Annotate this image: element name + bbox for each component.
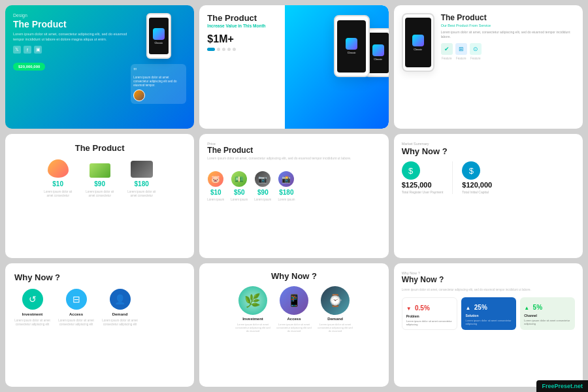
pct-desc-3: Lorem ipsum dolor sit amet consectetur a… <box>524 319 571 325</box>
card-9-desc: Lorem ipsum dolor sit amet, consectetur … <box>402 288 575 292</box>
price-icon-2-4: 📸 <box>278 171 294 187</box>
card-1-left: Design The Product Lorem ipsum dolor sit… <box>13 13 131 71</box>
cta-button[interactable]: $20,000,000 <box>13 63 45 71</box>
img-feature-1: 🌿 Investment Lorem ipsum dolor sit amet … <box>235 286 270 333</box>
card-5-desc: Lorem ipsum dolor sit amet, consectetur … <box>207 156 380 161</box>
price-1: $10 <box>52 180 63 188</box>
stat-block-1: $ $125,000 Total Register User Payment <box>402 161 444 194</box>
feature-icon-box-3: ⊙ <box>470 43 482 55</box>
card-product-pricing-row: Price The Product Lorem ipsum dolor sit … <box>199 134 388 257</box>
pct-val-2: ▲ 25% <box>465 301 512 312</box>
price-val-2-4: $180 <box>279 189 293 196</box>
pct-block-2: ▲ 25% Solution Lorem ipsum dolor sit ame… <box>461 297 516 330</box>
img-feat-desc-1: Lorem ipsum dolor sit amet consectetur a… <box>235 323 270 333</box>
img-icon-2: 📱 <box>287 293 301 308</box>
phone-big-screen: Classic <box>337 20 366 73</box>
stat-icon-1: $ <box>402 161 420 180</box>
stat-amount-2: $120,000 <box>462 181 492 189</box>
img-feature-2: 📱 Access Lorem ipsum dolor sit amet cons… <box>276 286 312 333</box>
card-8-title: Why Now ? <box>271 271 317 281</box>
card-3-right: The Product Our Best Product From Servic… <box>441 13 575 121</box>
img-feat-title-1: Investment <box>242 317 263 321</box>
price-val-2-3: $90 <box>257 189 269 196</box>
card-5-header: Price The Product Lorem ipsum dolor sit … <box>207 142 380 161</box>
dot-5[interactable] <box>233 48 236 51</box>
dot-4[interactable] <box>227 48 231 51</box>
phone-wrap-3: Classic <box>402 13 434 72</box>
app-icon-small <box>372 44 384 56</box>
price-icon-2-1: 🐷 <box>208 171 223 187</box>
card-product-features: Classic The Product Our Best Product Fro… <box>394 5 583 129</box>
app-icon-3 <box>412 35 424 46</box>
dot-3[interactable] <box>222 48 225 51</box>
img-circle-1: 🌿 <box>238 286 267 315</box>
arrow-down-1: ▼ <box>406 306 412 312</box>
social-icons: 𝕏 f ▣ <box>13 46 131 54</box>
arrow-up-2: ▲ <box>524 305 529 311</box>
piggy-icon <box>48 159 69 178</box>
stat-block-2: $ $120,000 Total Initial Capital <box>462 161 492 194</box>
pct-row: ▼ 0.5% Problem Lorem ipsum dolor sit ame… <box>402 297 575 330</box>
pct-number-3: 5% <box>533 304 542 311</box>
feat-title-3: Demand <box>112 312 128 316</box>
feature-icon-box-1: ✔ <box>441 43 453 55</box>
card-product-phones: The Product Increase Value in This Month… <box>199 5 388 129</box>
stat-icon-2: $ <box>462 161 480 180</box>
watermark-suffix: .net <box>572 383 583 389</box>
card-1-desc: Lorem ipsum dolor sit amet, consectetur … <box>13 32 131 42</box>
app-icon-big <box>346 38 357 50</box>
twitter-icon[interactable]: 𝕏 <box>13 46 21 54</box>
price-val-2-1: $10 <box>210 189 221 196</box>
price-desc-3: Lorem ipsum dolor sit amet consectetur <box>125 190 158 198</box>
avatar <box>133 90 145 101</box>
card-1-right: Classic " Lorem ipsum dolor sit amet con… <box>131 13 186 104</box>
pricing-item-1: $10 Lorem ipsum dolor sit amet consectet… <box>42 159 74 198</box>
feat-title-1: Investment <box>22 312 43 316</box>
card-1-title: The Product <box>13 19 131 29</box>
pct-block-1: ▼ 0.5% Problem Lorem ipsum dolor sit ame… <box>402 297 458 330</box>
pct-block-3: ▲ 5% Channel Lorem ipsum dolor sit amet … <box>520 297 575 330</box>
app-icon-1 <box>153 28 165 40</box>
pricing-row-2: 🐷 $10 Lorem ipsum 💵 $50 Lorem ipsum 📷 $9… <box>207 171 380 202</box>
phone-label-3: Classic <box>414 48 422 51</box>
phone-screen-3: Classic <box>405 18 431 67</box>
card-4-title: The Product <box>75 143 125 153</box>
stat-label-1: Total Register User Payment <box>402 190 444 194</box>
feat-desc-1: Lorem ipsum dolor sit amet consectetur a… <box>14 319 50 327</box>
card-3-title: The Product <box>441 13 575 22</box>
quote-section: " Lorem ipsum dolor sit amet consectetur… <box>131 64 186 104</box>
price-desc-1: Lorem ipsum dolor sit amet consectetur <box>42 190 74 198</box>
card-3-phone: Classic <box>402 13 434 121</box>
price-item-2-1: 🐷 $10 Lorem ipsum <box>207 171 224 202</box>
stats-row: $ $125,000 Total Register User Payment $… <box>402 161 575 194</box>
phone-mockup-1: Classic <box>146 13 171 59</box>
img-circle-2: 📱 <box>280 286 308 315</box>
dot-2[interactable] <box>217 48 220 51</box>
feat-desc-2: Lorem ipsum dolor sit amet consectetur a… <box>58 319 94 327</box>
facebook-icon[interactable]: f <box>24 46 31 54</box>
icon-feature-2: ⊟ Access Lorem ipsum dolor sit amet cons… <box>58 289 94 327</box>
instagram-icon[interactable]: ▣ <box>34 46 42 54</box>
feature-icons-row: ✔ Feature ⊞ Feature ⊙ Feature <box>441 43 575 60</box>
price-2: $90 <box>94 180 105 188</box>
img-feat-title-3: Demand <box>327 317 343 321</box>
feat-circle-1: ↺ <box>22 289 43 310</box>
price-val-2-2: $50 <box>234 189 245 196</box>
img-feat-desc-2: Lorem ipsum dolor sit amet consectetur a… <box>276 323 312 333</box>
card-9-title: Why Now ? <box>402 275 575 284</box>
feat-title-2: Access <box>69 312 83 316</box>
price-icon-2-2: 💵 <box>231 171 247 187</box>
icon-feature-1: ↺ Investment Lorem ipsum dolor sit amet … <box>14 289 50 327</box>
dot-1[interactable] <box>207 48 215 51</box>
feature-icon-1: ✔ Feature <box>441 43 453 60</box>
card-3-desc: Lorem ipsum dolor sit amet, consectetur … <box>441 30 575 39</box>
price-icon-2-3: 📷 <box>255 171 270 187</box>
card-why-now-images: Why Now ? 🌿 Investment Lorem ipsum dolor… <box>199 263 388 387</box>
quote-text: Lorem ipsum dolor sit amet consectetur a… <box>133 76 184 88</box>
img-circle-3: ⌚ <box>321 286 350 315</box>
img-icon-3: ⌚ <box>328 293 342 308</box>
card-why-now-pct: Why Now ? Why Now ? Lorem ipsum dolor si… <box>394 263 583 387</box>
feat-circle-2: ⊟ <box>66 289 87 310</box>
feature-icon-box-2: ⊞ <box>455 43 467 55</box>
card-7-title: Why Now ? <box>14 272 185 282</box>
